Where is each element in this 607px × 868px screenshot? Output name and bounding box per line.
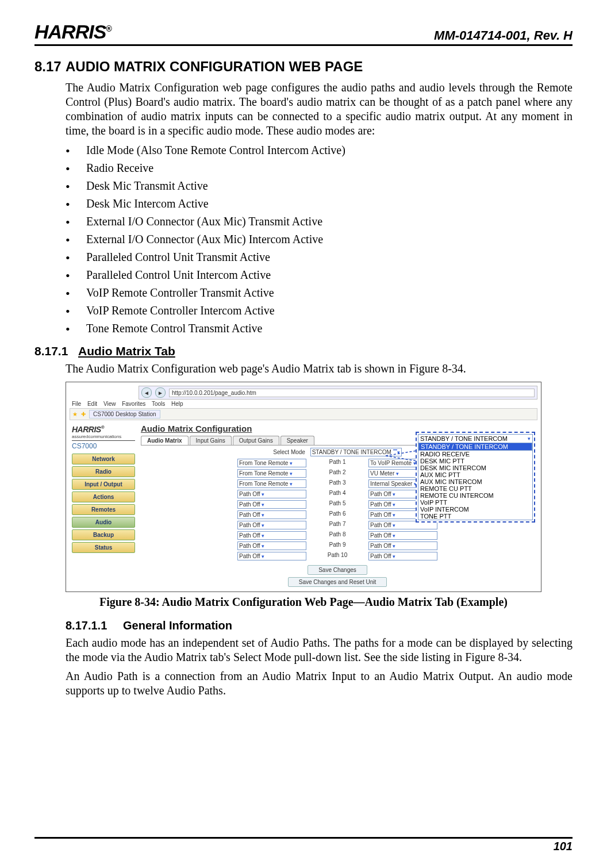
footer-rule (34, 837, 573, 839)
page-header: HARRIS® MM-014714-001, Rev. H (34, 21, 573, 46)
menu-view[interactable]: View (103, 401, 116, 407)
path-from-select[interactable]: Path Off ▾ (237, 552, 306, 560)
callout-option[interactable]: REMOTE CU PTT (418, 485, 532, 492)
save-reset-button[interactable]: Save Changes and Reset Unit (288, 577, 387, 587)
path-label: Path 2 (314, 469, 360, 478)
callout-option[interactable]: DESK MIC INTERCOM (418, 464, 532, 471)
callout-selected-closed[interactable]: STANDBY / TONE INTERCOM▾ (418, 434, 533, 443)
nav-back-icon[interactable]: ◄ (141, 387, 152, 398)
menu-help[interactable]: Help (171, 401, 183, 407)
mode-list: Idle Mode (Also Tone Remote Control Inte… (66, 144, 573, 335)
page-number: 101 (34, 840, 573, 853)
star-add-icon[interactable]: ✚ (81, 411, 86, 417)
callout-option[interactable]: RADIO RECEIVE (418, 451, 532, 458)
section-intro: The Audio Matrix Configuration web page … (66, 80, 573, 138)
sidebar: HARRIS® assuredcommunications CS7000 Net… (70, 423, 137, 588)
subsection-number: 8.17.1 (34, 344, 78, 358)
general-info-p2: An Audio Path is a connection from an Au… (66, 669, 573, 698)
page-footer: 101 (34, 837, 573, 853)
sidebar-item-network[interactable]: Network (72, 454, 135, 464)
path-to-select[interactable]: Path Off ▾ (368, 531, 437, 540)
chevron-down-icon: ▾ (528, 436, 531, 441)
sidebar-item-backup[interactable]: Backup (72, 529, 135, 540)
path-to-select[interactable]: Path Off ▾ (368, 552, 437, 560)
figure-screenshot: ◄ ► http://10.0.0.201/page_audio.htm Fil… (66, 382, 541, 592)
url-field[interactable]: http://10.0.0.201/page_audio.htm (169, 389, 535, 397)
path-from-select[interactable]: From Tone Remote ▾ (237, 469, 306, 478)
callout-option[interactable]: VoIP INTERCOM (418, 506, 532, 513)
path-from-select[interactable]: Path Off ▾ (237, 531, 306, 540)
favorite-tab[interactable]: CS7000 Desktop Station (89, 410, 160, 418)
sidebar-item-radio[interactable]: Radio (72, 466, 135, 477)
doc-id: MM-014714-001, Rev. H (434, 28, 573, 43)
sidebar-item-actions[interactable]: Actions (72, 491, 135, 502)
tab-input-gains[interactable]: Input Gains (190, 436, 232, 445)
section-number: 8.17 (34, 59, 66, 75)
svg-line-0 (386, 450, 420, 456)
callout-option[interactable]: REMOTE CU INTERCOM (418, 492, 532, 499)
tab-output-gains[interactable]: Output Gains (233, 436, 279, 445)
path-from-select[interactable]: From Tone Remote ▾ (237, 459, 306, 467)
address-bar: ◄ ► http://10.0.0.201/page_audio.htm (139, 386, 537, 400)
path-to-select[interactable]: Path Off ▾ (368, 541, 437, 550)
list-item: Paralleled Control Unit Intercom Active (66, 268, 573, 282)
sidebar-tagline: assuredcommunications (72, 434, 135, 441)
subsubsection-heading: 8.17.1.1General Information (66, 619, 573, 632)
nav-fwd-icon[interactable]: ► (155, 387, 166, 398)
subsubsection-number: 8.17.1.1 (66, 619, 123, 632)
path-from-select[interactable]: Path Off ▾ (237, 521, 306, 529)
sidebar-brand-reg: ® (101, 425, 104, 430)
logo-text: HARRIS (34, 21, 106, 43)
list-item: External I/O Connector (Aux Mic) Transmi… (66, 215, 573, 228)
path-label: Path 4 (314, 490, 360, 498)
callout-option[interactable]: TONE PTT (418, 513, 532, 520)
sidebar-item-status[interactable]: Status (72, 542, 135, 553)
list-item: Radio Receive (66, 162, 573, 175)
menu-file[interactable]: File (72, 401, 81, 407)
list-item: VoIP Remote Controller Transmit Active (66, 286, 573, 299)
callout-option[interactable]: AUX MIC INTERCOM (418, 478, 532, 485)
path-label: Path 10 (314, 552, 360, 560)
path-from-select[interactable]: From Tone Remote ▾ (237, 479, 306, 488)
callout-option[interactable]: STANDBY / TONE INTERCOM (418, 443, 532, 451)
path-from-select[interactable]: Path Off ▾ (237, 500, 306, 509)
sidebar-model: CS7000 (72, 442, 135, 450)
sidebar-item-io[interactable]: Input / Output (72, 479, 135, 490)
button-row: Save Changes Save Changes and Reset Unit (141, 564, 534, 588)
menu-favorites[interactable]: Favorites (122, 401, 145, 407)
favorites-row: ★ ✚ CS7000 Desktop Station (70, 408, 537, 420)
section-title: AUDIO MATRIX CONFIGURATION WEB PAGE (66, 59, 363, 74)
menu-tools[interactable]: Tools (152, 401, 165, 407)
subsubsection-title: General Information (123, 619, 232, 632)
tab-speaker[interactable]: Speaker (281, 436, 314, 445)
path-label: Path 5 (314, 500, 360, 509)
svg-line-1 (386, 456, 420, 462)
list-item: VoIP Remote Controller Intercom Active (66, 304, 573, 317)
callout-arrow-icon (386, 450, 420, 462)
path-label: Path 1 (314, 459, 360, 467)
tab-audio-matrix[interactable]: Audio Matrix (141, 436, 189, 445)
path-from-select[interactable]: Path Off ▾ (237, 490, 306, 498)
list-item: External I/O Connector (Aux Mic) Interco… (66, 233, 573, 246)
callout-option[interactable]: DESK MIC PTT (418, 458, 532, 464)
callout-option[interactable]: VoIP PTT (418, 499, 532, 506)
callout-option[interactable]: AUX MIC PTT (418, 471, 532, 478)
path-label: Path 8 (314, 531, 360, 540)
browser-menu-bar: File Edit View Favorites Tools Help (72, 401, 537, 407)
subsection-title: Audio Matrix Tab (78, 344, 175, 358)
harris-logo: HARRIS® (34, 21, 112, 43)
path-label: Path 9 (314, 541, 360, 550)
list-item: Tone Remote Control Transmit Active (66, 322, 573, 335)
subsection-heading: 8.17.1Audio Matrix Tab (34, 344, 573, 358)
list-item: Paralleled Control Unit Transmit Active (66, 251, 573, 264)
list-item: Idle Mode (Also Tone Remote Control Inte… (66, 144, 573, 157)
sidebar-item-remotes[interactable]: Remotes (72, 504, 135, 515)
star-icon[interactable]: ★ (72, 411, 78, 417)
menu-edit[interactable]: Edit (87, 401, 97, 407)
path-from-select[interactable]: Path Off ▾ (237, 541, 306, 550)
path-from-select[interactable]: Path Off ▾ (237, 510, 306, 519)
save-changes-button[interactable]: Save Changes (308, 565, 367, 575)
sidebar-item-audio[interactable]: Audio (72, 517, 135, 528)
sidebar-brand-text: HARRIS (72, 425, 101, 434)
select-mode-value: STANDBY / TONE INTERCOM (312, 449, 391, 455)
